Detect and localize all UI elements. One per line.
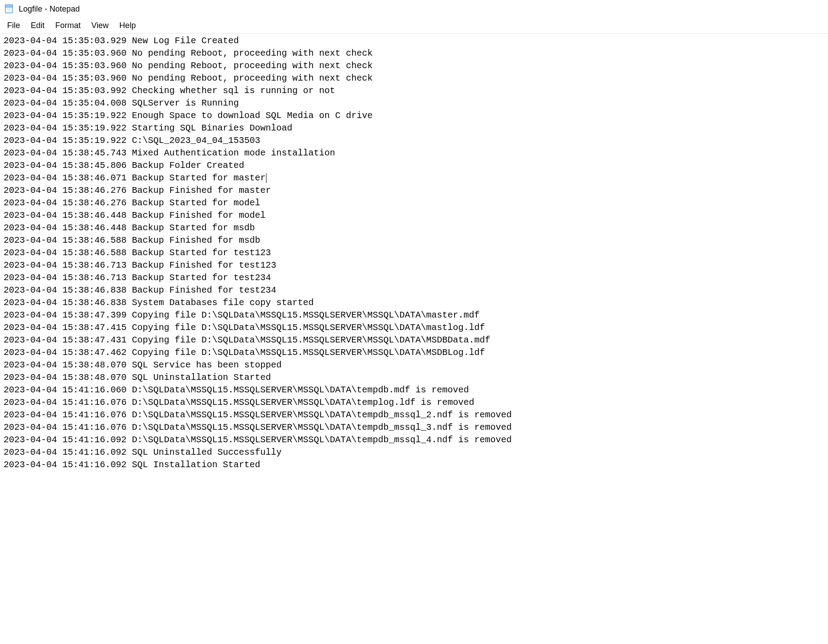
log-line: 2023-04-04 15:41:16.076 D:\SQLData\MSSQL… [4,409,824,421]
log-line: 2023-04-04 15:35:03.929 New Log File Cre… [4,35,824,47]
log-line: 2023-04-04 15:41:16.076 D:\SQLData\MSSQL… [4,396,824,409]
log-line: 2023-04-04 15:38:47.431 Copying file D:\… [4,334,824,346]
log-line: 2023-04-04 15:35:19.922 C:\SQL_2023_04_0… [4,135,824,147]
log-line: 2023-04-04 15:41:16.092 SQL Uninstalled … [4,446,824,459]
menubar: File Edit Format View Help [0,18,828,34]
log-line: 2023-04-04 15:35:03.960 No pending Reboo… [4,60,824,72]
log-line: 2023-04-04 15:35:03.992 Checking whether… [4,85,824,97]
log-line: 2023-04-04 15:41:16.076 D:\SQLData\MSSQL… [4,421,824,434]
log-line: 2023-04-04 15:35:19.922 Enough Space to … [4,110,824,122]
log-line: 2023-04-04 15:38:46.448 Backup Started f… [4,222,824,234]
log-line: 2023-04-04 15:41:16.092 SQL Installation… [4,459,824,471]
log-line: 2023-04-04 15:38:45.743 Mixed Authentica… [4,147,824,159]
log-line: 2023-04-04 15:38:46.276 Backup Started f… [4,197,824,209]
log-line: 2023-04-04 15:38:46.276 Backup Finished … [4,184,824,197]
log-line: 2023-04-04 15:38:47.399 Copying file D:\… [4,309,824,322]
log-line: 2023-04-04 15:35:04.008 SQLServer is Run… [4,97,824,110]
log-line: 2023-04-04 15:38:46.071 Backup Started f… [4,172,824,184]
menu-view[interactable]: View [87,19,113,32]
log-line: 2023-04-04 15:41:16.092 D:\SQLData\MSSQL… [4,434,824,446]
text-editor-area[interactable]: 2023-04-04 15:35:03.929 New Log File Cre… [0,34,828,644]
log-line: 2023-04-04 15:38:47.415 Copying file D:\… [4,322,824,334]
log-line: 2023-04-04 15:38:47.462 Copying file D:\… [4,346,824,359]
log-line: 2023-04-04 15:38:46.838 Backup Finished … [4,284,824,297]
log-line: 2023-04-04 15:38:46.713 Backup Finished … [4,259,824,272]
log-line: 2023-04-04 15:38:46.588 Backup Started f… [4,247,824,259]
log-line: 2023-04-04 15:41:16.060 D:\SQLData\MSSQL… [4,384,824,396]
log-line: 2023-04-04 15:38:45.806 Backup Folder Cr… [4,159,824,172]
notepad-icon [4,4,14,14]
menu-format[interactable]: Format [51,19,85,32]
log-line: 2023-04-04 15:35:19.922 Starting SQL Bin… [4,122,824,135]
titlebar: Logfile - Notepad [0,0,828,18]
menu-file[interactable]: File [3,19,25,32]
log-line: 2023-04-04 15:35:03.960 No pending Reboo… [4,47,824,60]
menu-edit[interactable]: Edit [26,19,49,32]
log-line: 2023-04-04 15:38:46.448 Backup Finished … [4,209,824,222]
log-line: 2023-04-04 15:38:46.713 Backup Started f… [4,272,824,284]
log-line: 2023-04-04 15:38:46.838 System Databases… [4,297,824,309]
svg-rect-1 [5,5,12,7]
log-line: 2023-04-04 15:38:48.070 SQL Uninstallati… [4,371,824,384]
log-line: 2023-04-04 15:35:03.960 No pending Reboo… [4,72,824,85]
log-line: 2023-04-04 15:38:46.588 Backup Finished … [4,234,824,247]
log-line: 2023-04-04 15:38:48.070 SQL Service has … [4,359,824,371]
window-title: Logfile - Notepad [19,4,80,14]
menu-help[interactable]: Help [115,19,140,32]
